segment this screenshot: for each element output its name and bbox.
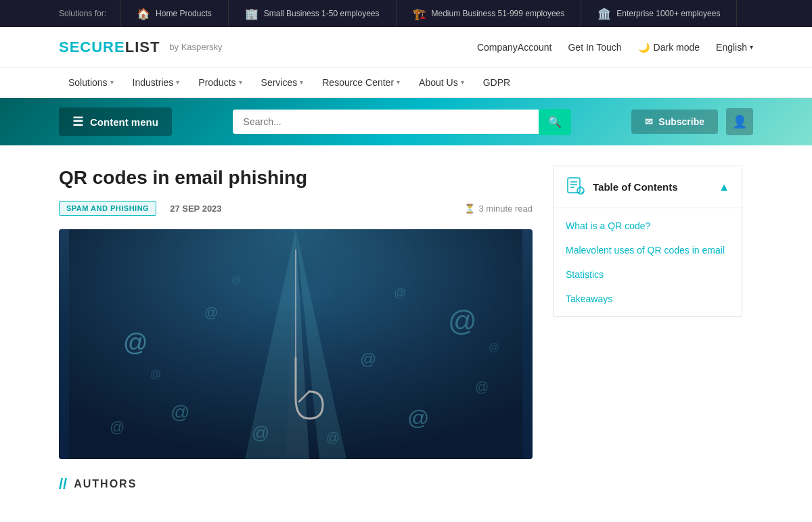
logo: SECURELIST	[59, 39, 160, 56]
read-time: ⏳ 3 minute read	[464, 204, 533, 214]
medium-biz-icon: 🏗️	[413, 7, 426, 20]
dark-mode-toggle[interactable]: 🌙 Dark mode	[638, 42, 700, 53]
svg-text:@: @	[204, 305, 218, 320]
toc-icon	[566, 176, 585, 198]
nav-resource-center[interactable]: Resource Center ▾	[313, 68, 409, 97]
resource-center-chevron-icon: ▾	[397, 78, 400, 86]
header-actions: ✉ Subscribe 👤	[631, 108, 753, 135]
hamburger-icon: ☰	[72, 114, 83, 129]
svg-text:@: @	[252, 423, 269, 443]
home-icon: 🏠	[137, 7, 150, 20]
search-button[interactable]: 🔍	[539, 109, 571, 135]
svg-text:@: @	[171, 402, 189, 423]
language-selector[interactable]: English ▾	[716, 42, 753, 53]
top-bar: Solutions for: 🏠 Home Products 🏢 Small B…	[0, 0, 812, 27]
small-biz-icon: 🏢	[245, 7, 258, 20]
envelope-icon: ✉	[645, 116, 653, 127]
content-menu-button[interactable]: ☰ Content menu	[59, 108, 172, 136]
svg-text:@: @	[231, 275, 241, 285]
header: SECURELIST by Kaspersky CompanyAccount G…	[0, 27, 812, 68]
nav-bar: Solutions ▾ Industries ▾ Products ▾ Serv…	[0, 68, 812, 98]
article-hero-image: @ @ @ @ @ @ @ @ @ @ @ @ @ @	[59, 229, 533, 459]
user-icon: 👤	[732, 114, 747, 129]
sidebar: Table of Contents ▲ What is a QR code? M…	[553, 166, 742, 493]
language-label: English	[716, 42, 747, 53]
content-menu-label: Content menu	[90, 116, 158, 128]
solutions-for-label: Solutions for:	[0, 0, 120, 27]
authors-slash: //	[59, 475, 67, 493]
read-time-label: 3 minute read	[479, 204, 533, 214]
svg-text:@: @	[150, 369, 161, 380]
toc-item-3[interactable]: Statistics	[554, 262, 742, 287]
search-input[interactable]	[233, 110, 539, 134]
get-in-touch-link[interactable]: Get In Touch	[568, 42, 621, 53]
subscribe-label: Subscribe	[658, 116, 704, 127]
authors-label: AUTHORS	[74, 478, 137, 490]
segment-small-business[interactable]: 🏢 Small Business 1-50 employees	[229, 0, 397, 27]
search-icon: 🔍	[548, 116, 562, 128]
svg-text:@: @	[475, 379, 489, 394]
table-of-contents: Table of Contents ▲ What is a QR code? M…	[553, 166, 742, 317]
logo-list: LIST	[125, 39, 160, 55]
svg-text:@: @	[407, 406, 429, 430]
article-title: QR codes in email phishing	[59, 166, 533, 190]
segment-small-label: Small Business 1-50 employees	[264, 9, 380, 18]
article-area: QR codes in email phishing SPAM AND PHIS…	[59, 166, 533, 493]
toc-item-2[interactable]: Malevolent uses of QR codes in email	[554, 238, 742, 262]
svg-rect-21	[568, 178, 580, 193]
solutions-chevron-icon: ▾	[110, 78, 114, 86]
toc-items-list: What is a QR code? Malevolent uses of QR…	[554, 208, 742, 316]
nav-products[interactable]: Products ▾	[189, 68, 251, 97]
article-meta: SPAM AND PHISHING 27 SEP 2023 ⏳ 3 minute…	[59, 201, 533, 216]
nav-gdpr[interactable]: GDPR	[474, 68, 520, 97]
products-chevron-icon: ▾	[239, 78, 242, 86]
services-chevron-icon: ▾	[300, 78, 303, 86]
authors-section: // AUTHORS	[59, 475, 533, 493]
moon-icon: 🌙	[638, 42, 650, 53]
industries-chevron-icon: ▾	[176, 78, 179, 86]
logo-secure: SECURE	[59, 39, 125, 55]
segment-medium-business[interactable]: 🏗️ Medium Business 51-999 employees	[397, 0, 582, 27]
timer-icon: ⏳	[464, 204, 475, 214]
nav-about-us[interactable]: About Us ▾	[409, 68, 474, 97]
toc-item-4[interactable]: Takeaways	[554, 287, 742, 311]
svg-text:@: @	[123, 329, 148, 356]
segment-home-products[interactable]: 🏠 Home Products	[120, 0, 229, 27]
nav-industries[interactable]: Industries ▾	[123, 68, 189, 97]
svg-text:@: @	[448, 305, 477, 337]
main-content: QR codes in email phishing SPAM AND PHIS…	[0, 145, 812, 513]
svg-text:@: @	[360, 350, 376, 368]
nav-services[interactable]: Services ▾	[252, 68, 313, 97]
toc-header-left: Table of Contents	[566, 176, 678, 198]
svg-text:@: @	[326, 430, 340, 445]
content-bar: ☰ Content menu 🔍 ✉ Subscribe 👤	[0, 98, 812, 145]
chevron-down-icon: ▾	[750, 43, 753, 51]
svg-text:@: @	[110, 419, 125, 435]
toc-header: Table of Contents ▲	[554, 166, 742, 208]
company-account-link[interactable]: CompanyAccount	[477, 42, 552, 53]
article-tag[interactable]: SPAM AND PHISHING	[59, 201, 156, 216]
svg-line-26	[582, 192, 583, 193]
logo-by: by Kaspersky	[169, 42, 222, 52]
header-nav: CompanyAccount Get In Touch 🌙 Dark mode …	[477, 42, 753, 53]
search-area: 🔍	[233, 109, 571, 135]
nav-solutions[interactable]: Solutions ▾	[59, 68, 123, 97]
svg-text:@: @	[394, 286, 406, 300]
segment-medium-label: Medium Business 51-999 employees	[432, 9, 565, 18]
article-date: 27 SEP 2023	[170, 204, 221, 214]
toc-title: Table of Contents	[593, 181, 678, 193]
phishing-illustration: @ @ @ @ @ @ @ @ @ @ @ @ @ @	[59, 229, 533, 459]
enterprise-icon: 🏛️	[597, 7, 611, 20]
user-account-button[interactable]: 👤	[726, 108, 753, 135]
dark-mode-label: Dark mode	[654, 42, 700, 53]
segment-enterprise[interactable]: 🏛️ Enterprise 1000+ employees	[581, 0, 737, 27]
logo-area[interactable]: SECURELIST by Kaspersky	[59, 39, 222, 56]
subscribe-button[interactable]: ✉ Subscribe	[631, 110, 718, 134]
segment-items: 🏠 Home Products 🏢 Small Business 1-50 em…	[120, 0, 812, 27]
toc-item-1[interactable]: What is a QR code?	[554, 214, 742, 238]
segment-enterprise-label: Enterprise 1000+ employees	[616, 9, 720, 18]
segment-home-label: Home Products	[156, 9, 212, 18]
svg-text:@: @	[489, 341, 499, 353]
toc-collapse-button[interactable]: ▲	[719, 181, 729, 193]
about-us-chevron-icon: ▾	[461, 78, 464, 86]
